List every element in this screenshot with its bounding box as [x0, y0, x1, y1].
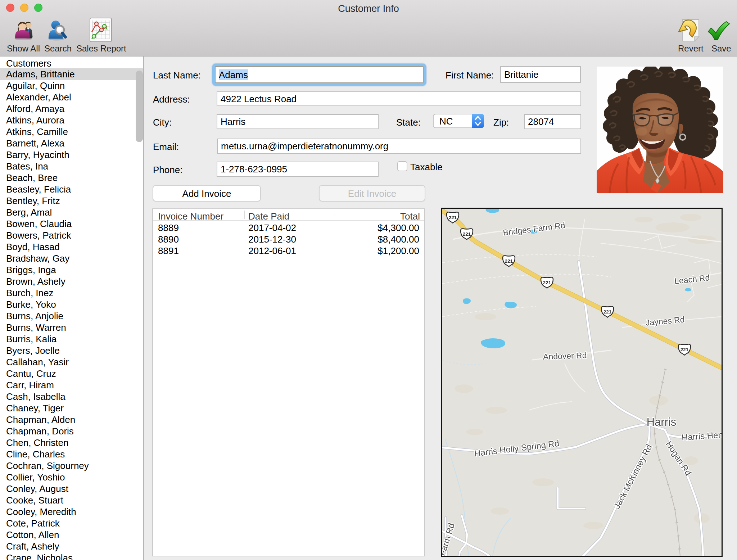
svg-text:221: 221	[681, 347, 689, 352]
svg-text:221: 221	[449, 215, 457, 220]
svg-text:221: 221	[505, 258, 513, 264]
svg-text:Andover Rd: Andover Rd	[543, 351, 587, 361]
svg-text:Harris: Harris	[647, 416, 677, 428]
svg-text:221: 221	[603, 309, 612, 315]
svg-text:221: 221	[543, 280, 551, 285]
svg-text:221: 221	[463, 231, 471, 237]
